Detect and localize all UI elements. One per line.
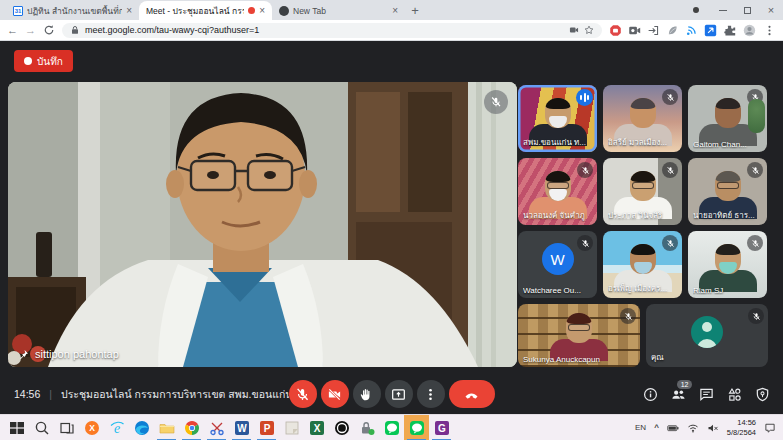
taskbar-clock[interactable]: 14:56 5/8/2564: [727, 418, 756, 437]
extension-icons: [609, 24, 736, 37]
cam-off-button[interactable]: [321, 380, 349, 408]
muted-mic-icon: [748, 308, 764, 324]
signin-extension-icon[interactable]: [647, 24, 660, 37]
upload-extension-icon[interactable]: [704, 24, 717, 37]
raise-hand-button[interactable]: [353, 380, 381, 408]
taskbar-line-icon[interactable]: [404, 415, 429, 440]
present-button[interactable]: [385, 380, 413, 408]
language-indicator[interactable]: EN: [635, 423, 646, 432]
update-indicator-icon[interactable]: [693, 7, 699, 13]
taskbar-gom-icon[interactable]: G: [429, 415, 454, 440]
participants-icon[interactable]: 12: [671, 387, 686, 402]
participant-name: Riam SJ: [693, 286, 763, 295]
svg-text:X: X: [89, 423, 95, 433]
participant-name: Watcharee Ou...: [523, 286, 593, 295]
wave-extension-icon[interactable]: [685, 24, 698, 37]
taskbar-start-icon[interactable]: [4, 415, 29, 440]
svg-text:G: G: [438, 423, 446, 434]
svg-text:X: X: [313, 423, 320, 434]
host-controls-icon[interactable]: [755, 387, 770, 402]
puzzle-extension-icon[interactable]: [723, 24, 736, 37]
participant-tile-1[interactable]: สพม.ขอนแก่น ท...: [518, 85, 597, 152]
taskbar-line-icon[interactable]: [379, 415, 404, 440]
call-controls: [289, 380, 495, 408]
taskbar-ie-icon[interactable]: e: [104, 415, 129, 440]
avatar: W: [542, 243, 574, 275]
main-video-tile[interactable]: sittipon pahontap: [8, 82, 517, 367]
network-icon[interactable]: [687, 422, 699, 434]
calendar-icon: 31: [13, 6, 23, 16]
browser-toolbar: ← → meet.google.com/tau-wawy-cqi?authuse…: [0, 20, 783, 41]
taskbar-excel-icon[interactable]: X: [304, 415, 329, 440]
tab-meet[interactable]: Meet - ประชุมออนไลน์ กรรมการ... ×: [139, 1, 272, 20]
taskbar-obs-icon[interactable]: [329, 415, 354, 440]
reload-icon[interactable]: [43, 24, 55, 36]
back-icon[interactable]: ←: [7, 25, 18, 36]
meeting-details-icon[interactable]: [643, 387, 658, 402]
more-options-button[interactable]: [417, 380, 445, 408]
participant-tile-11[interactable]: คุณ: [646, 304, 768, 367]
screencast-extension-icon[interactable]: [628, 24, 641, 37]
taskbar-xampp-icon[interactable]: X: [79, 415, 104, 440]
battery-icon[interactable]: [667, 422, 679, 434]
participant-tile-3[interactable]: Gaitom Chan...: [688, 85, 767, 152]
maximize-button[interactable]: [735, 0, 759, 20]
participant-tile-4[interactable]: นวลอนงค์ จันคำภู: [518, 158, 597, 225]
participant-tile-9[interactable]: Riam SJ: [688, 231, 767, 298]
activities-icon[interactable]: [727, 387, 742, 402]
meeting-time: 14:56: [14, 388, 40, 400]
forward-icon[interactable]: →: [25, 25, 36, 36]
end-call-button[interactable]: [449, 380, 495, 408]
participant-name: อรเพ็ญ เมืองคร...: [608, 282, 678, 295]
close-tab-icon[interactable]: ×: [392, 6, 398, 16]
taskbar-notes-icon[interactable]: [279, 415, 304, 440]
participant-tile-7[interactable]: WWatcharee Ou...: [518, 231, 597, 298]
tray-expand-chevron-icon[interactable]: ^: [654, 423, 659, 432]
recording-indicator[interactable]: บันทึก: [14, 50, 73, 72]
action-center-icon[interactable]: [764, 422, 776, 434]
tab-new-tab[interactable]: New Tab ×: [272, 1, 405, 20]
profile-avatar[interactable]: [743, 24, 756, 37]
dark-circle-icon: [279, 6, 289, 16]
new-tab-button[interactable]: +: [405, 3, 425, 20]
participant-name: สพม.ขอนแก่น ท...: [523, 136, 593, 149]
close-window-button[interactable]: ×: [759, 0, 783, 20]
minimize-button[interactable]: [711, 0, 735, 20]
participant-tile-8[interactable]: อรเพ็ญ เมืองคร...: [603, 231, 682, 298]
mic-off-button[interactable]: [289, 380, 317, 408]
participant-tile-5[interactable]: ประภาส วินิจสิริ: [603, 158, 682, 225]
adblock-extension-icon[interactable]: [609, 24, 622, 37]
person-avatar-icon: [691, 316, 723, 348]
participant-tile-2[interactable]: อิสรีย์ มวลเมือง...: [603, 85, 682, 152]
participant-name: นวลอนงค์ จันคำภู: [523, 209, 593, 222]
participant-tile-10[interactable]: Sukunya Anuckcapun: [518, 304, 640, 367]
taskbar-edge-icon[interactable]: [129, 415, 154, 440]
url-text[interactable]: meet.google.com/tau-wawy-cqi?authuser=1: [85, 25, 564, 35]
meet-bottom-bar: 14:56 | ประชุมออนไลน์ กรรมการบริหารเขต ส…: [0, 374, 783, 414]
taskbar-lock-app-icon[interactable]: [354, 415, 379, 440]
close-tab-icon[interactable]: ×: [259, 6, 265, 16]
tab-calendar[interactable]: 31 ปฏิทิน สำนักงานเขตพื้นที่การศึกษาประ.…: [6, 1, 139, 20]
taskbar-powerpoint-icon[interactable]: P: [254, 415, 279, 440]
camera-permission-icon[interactable]: [569, 25, 579, 35]
volume-muted-icon[interactable]: [707, 422, 719, 434]
taskbar-task-view-icon[interactable]: [54, 415, 79, 440]
taskbar-explorer-icon[interactable]: [154, 415, 179, 440]
close-tab-icon[interactable]: ×: [126, 6, 132, 16]
svg-text:P: P: [263, 423, 270, 434]
taskbar-search-icon[interactable]: [29, 415, 54, 440]
taskbar-word-icon[interactable]: W: [229, 415, 254, 440]
grammar-extension-icon[interactable]: [666, 24, 679, 37]
browser-menu-kebab-icon[interactable]: [763, 24, 776, 37]
record-label: บันทึก: [37, 54, 63, 69]
pin-icon: [18, 349, 29, 360]
system-tray: EN ^ 14:56 5/8/2564: [635, 418, 783, 437]
muted-mic-icon: [577, 162, 593, 178]
participant-tile-6[interactable]: นายอาทิตย์ ธาร...: [688, 158, 767, 225]
address-bar[interactable]: meet.google.com/tau-wawy-cqi?authuser=1: [62, 23, 602, 38]
chat-icon[interactable]: [699, 387, 714, 402]
taskbar-chrome-icon[interactable]: [179, 415, 204, 440]
participant-name: คุณ: [651, 351, 764, 364]
bookmark-star-icon[interactable]: [584, 25, 594, 35]
taskbar-snip-icon[interactable]: [204, 415, 229, 440]
